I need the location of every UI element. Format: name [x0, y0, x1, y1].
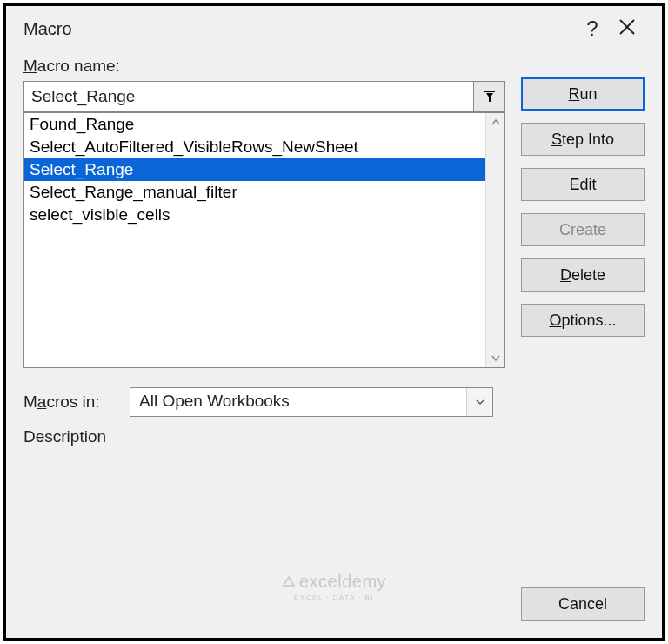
macro-dialog: Macro ? Macro name: Found_RangeSelect_Au… [3, 3, 665, 641]
list-item[interactable]: Select_Range [24, 158, 485, 181]
svg-rect-2 [484, 91, 495, 92]
chevron-down-icon [475, 397, 485, 407]
create-button: Create [521, 213, 645, 246]
list-item[interactable]: select_visible_cells [24, 204, 485, 226]
description-label: Description [23, 427, 505, 446]
cancel-button[interactable]: Cancel [521, 587, 645, 621]
list-item[interactable]: Select_Range_manual_filter [24, 181, 485, 204]
watermark: exceldemy EXCEL · DATA · BI [282, 572, 386, 601]
chevron-down-icon [491, 353, 500, 362]
list-item[interactable]: Found_Range [24, 113, 485, 136]
logo-icon [282, 574, 296, 594]
macros-in-dropdown[interactable]: All Open Workbooks [130, 387, 493, 417]
help-button[interactable]: ? [575, 17, 610, 41]
close-icon [618, 18, 636, 36]
scrollbar[interactable] [485, 113, 504, 367]
close-button[interactable] [610, 18, 645, 39]
macros-in-value: All Open Workbooks [130, 388, 466, 416]
macros-in-label: Macros in: [23, 392, 119, 412]
macro-listbox[interactable]: Found_RangeSelect_AutoFiltered_VisibleRo… [23, 112, 505, 368]
macro-name-input[interactable] [23, 81, 474, 112]
edit-button[interactable]: Edit [521, 168, 645, 201]
titlebar: Macro ? [6, 6, 662, 48]
macro-name-label: Macro name: [23, 57, 505, 76]
run-button[interactable]: Run [521, 77, 645, 111]
dialog-title: Macro [23, 19, 575, 39]
delete-button[interactable]: Delete [521, 258, 645, 292]
collapse-dialog-button[interactable] [474, 81, 505, 112]
options-button[interactable]: Options... [521, 304, 645, 337]
dropdown-toggle[interactable] [466, 388, 492, 416]
collapse-icon [483, 90, 497, 104]
scroll-up-button[interactable] [486, 113, 504, 132]
list-item[interactable]: Select_AutoFiltered_VisibleRows_NewSheet [24, 136, 485, 158]
scroll-down-button[interactable] [486, 348, 504, 367]
chevron-up-icon [491, 118, 500, 127]
step-into-button[interactable]: Step Into [521, 123, 645, 156]
